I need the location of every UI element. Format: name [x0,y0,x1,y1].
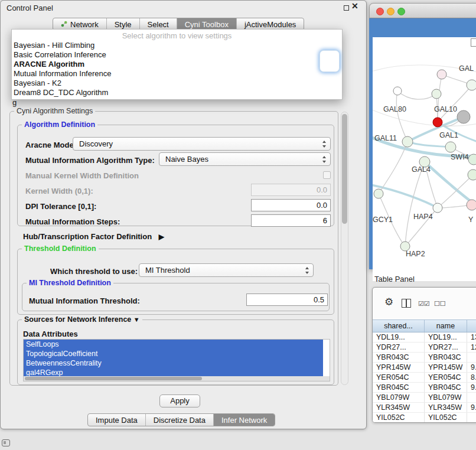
network-node-selected-red[interactable] [433,118,442,127]
aracne-mode-select[interactable]: Discovery [73,137,331,151]
algorithm-option-selected[interactable]: ARACNE Algorithm [12,60,342,69]
apply-button[interactable]: Apply [159,394,200,407]
show-columns-button[interactable] [402,299,411,308]
network-node[interactable] [393,87,402,95]
updown-arrows-icon [305,266,309,275]
tab-jactivemodules[interactable]: jActiveModules [236,18,304,30]
algorithm-option[interactable]: Mutual Information Inference [12,69,342,79]
which-threshold-select[interactable]: MI Threshold [139,263,314,277]
table-row[interactable]: YDR27...YDR27...12 [373,343,476,353]
algorithm-option[interactable]: Basic Correlation Inference [12,50,342,60]
focused-button[interactable] [319,50,340,72]
mi-threshold-label: Mutual Information Threshold: [29,296,140,305]
tab-cyni-toolbox[interactable]: Cyni Toolbox [177,18,236,30]
dpi-tolerance-input[interactable] [251,199,331,211]
kernel-width-input[interactable] [251,184,331,196]
attribute-item[interactable]: SelfLoops [24,340,323,349]
algorithm-option[interactable]: Dream8 DC_TDC Algorithm [12,88,342,97]
table-row[interactable]: YPR145WYPR145W9. [373,363,476,373]
node-label: HAP2 [406,250,425,258]
column-header-shared-name[interactable]: shared... [373,320,425,332]
scrollbar-thumb[interactable] [342,114,347,224]
which-threshold-label: Which threshold to use: [50,267,138,276]
table-row[interactable]: YLR345WYLR345W9. [373,403,476,413]
table-header: shared... name [373,319,476,332]
node-label: Y [468,216,474,224]
mi-threshold-input[interactable] [246,294,328,306]
data-attributes-list: SelfLoops TopologicalCoefficient Between… [23,339,330,381]
network-node[interactable] [468,169,476,180]
network-window-titlebar[interactable] [369,3,476,18]
gear-icon: ⚙ [384,296,393,308]
network-node[interactable] [467,200,476,210]
tab-style[interactable]: Style [106,18,139,30]
select-all-columns-button[interactable]: ☑☑ [418,300,430,308]
network-node[interactable] [374,189,383,198]
threshold-definition-legend: Threshold Definition [22,244,99,253]
tab-discretize-data[interactable]: Discretize Data [145,414,213,426]
horizontal-scrollbar[interactable] [24,376,330,381]
overview-toggle[interactable] [471,38,476,47]
table-options-button[interactable]: ⚙ [384,296,393,308]
unchecked-boxes-icon: ☐☐ [434,300,446,307]
sources-legend-toggle[interactable]: Sources for Network Inference ▼ [22,315,142,324]
node-label: SWI4 [451,153,469,161]
column-header-extra[interactable] [467,320,476,332]
attribute-item[interactable]: BetweennessCentrality [24,358,323,368]
updown-arrows-icon [322,140,327,148]
close-window-button[interactable] [376,8,384,15]
tab-network[interactable]: Network [53,18,106,30]
network-node[interactable] [445,142,456,152]
network-node[interactable] [402,136,413,147]
table-row[interactable]: YIL052CYIL052C [373,413,476,423]
float-window-button[interactable] [344,5,349,11]
scrollbar-thumb[interactable] [25,377,202,380]
hub-section-toggle[interactable]: Hub/Transcription Factor Definition ▶ [23,232,164,241]
settings-scrollbar[interactable] [341,112,348,385]
table-row[interactable]: YBR043CYBR043C [373,353,476,363]
table-row[interactable]: YDL19...YDL19...13 [373,332,476,343]
control-panel-window: Control Panel ✕ Network Style Select Cyn… [0,0,367,429]
zoom-window-button[interactable] [397,8,405,15]
network-canvas[interactable]: GAL GAL80 GAL10 GAL11 GAL1 SWI4 GAL4 GCY… [373,37,476,281]
table-row[interactable]: YBR045CYBR045C9. [373,383,476,393]
unselect-all-columns-button[interactable]: ☐☐ [434,300,446,308]
network-node[interactable] [467,80,476,90]
algorithm-option[interactable]: Bayesian - K2 [12,79,342,88]
tab-impute-data[interactable]: Impute Data [88,414,145,426]
network-node[interactable] [433,203,442,213]
dpi-tolerance-label: DPI Tolerance [0,1]: [25,202,96,211]
node-label: GAL10 [434,105,457,113]
checked-boxes-icon: ☑☑ [418,300,430,307]
desktop: Control Panel ✕ Network Style Select Cyn… [0,0,476,450]
algorithm-dropdown-popup: Select algorithm to view settings Bayesi… [11,29,343,100]
node-label: HAP4 [413,213,433,221]
node-label: GAL11 [374,134,397,142]
network-node[interactable] [437,70,446,79]
attribute-item[interactable]: TopologicalCoefficient [24,349,323,358]
mi-algorithm-type-select[interactable]: Naive Bayes [159,152,331,166]
table-row[interactable]: YER054CYER054C8. [373,373,476,383]
close-panel-icon[interactable]: ✕ [351,1,358,11]
cyni-mode-tab-bar: Impute Data Discretize Data Infer Networ… [87,413,275,426]
algorithm-option[interactable]: Bayesian - Hill Climbing [12,41,342,50]
collapsed-panel-icon[interactable] [2,439,10,446]
mi-steps-input[interactable] [251,214,331,227]
node-label: GCY1 [373,216,393,224]
tab-infer-network[interactable]: Infer Network [213,414,275,426]
network-node[interactable] [468,154,476,165]
network-node[interactable] [432,89,441,99]
network-node[interactable] [457,110,470,123]
cyni-settings-legend: Cyni Algorithm Settings [14,107,95,115]
column-header-name[interactable]: name [425,320,467,332]
algorithm-definition-legend: Algorithm Definition [22,120,97,129]
manual-kernel-checkbox[interactable] [323,171,331,179]
table-panel-window: ⚙ ☑☑ ☐☐ shared... name YDL19...YDL19...1… [372,287,476,423]
tab-select[interactable]: Select [139,18,177,30]
mi-algorithm-type-label: Mutual Information Algorithm Type: [25,156,155,165]
popup-placeholder: Select algorithm to view settings [12,31,342,41]
minimize-window-button[interactable] [387,8,395,15]
table-row[interactable]: YBL079WYBL079W [373,393,476,403]
table-panel-title: Table Panel [374,275,415,283]
network-window: GAL GAL80 GAL10 GAL11 GAL1 SWI4 GAL4 GCY… [369,3,476,269]
